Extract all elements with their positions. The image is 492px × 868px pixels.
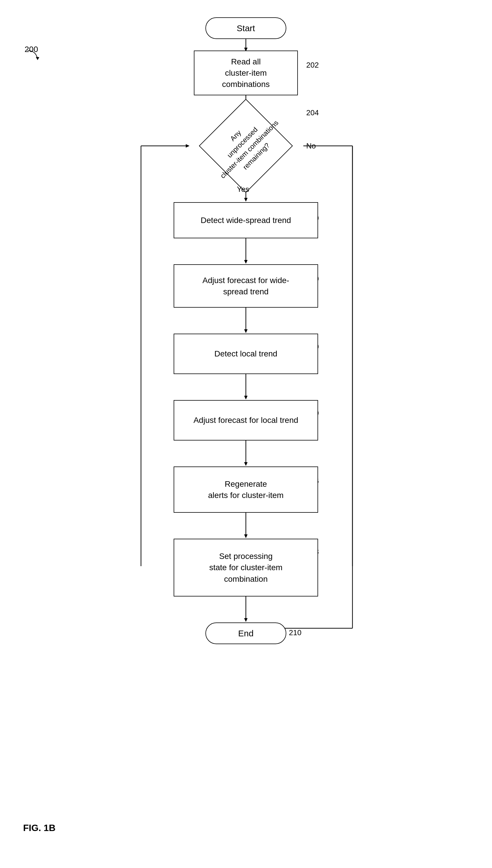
svg-marker-11 — [244, 396, 248, 400]
regenerate-node: Regenerate alerts for cluster-item — [174, 466, 318, 513]
detect-local-node: Detect local trend — [174, 334, 318, 374]
end-node: End — [205, 622, 286, 644]
set-processing-node: Set processing state for cluster-item co… — [174, 539, 318, 596]
read-all-node: Read all cluster-item combinations — [194, 51, 298, 95]
diagram-container: Start 202 Read all cluster-item combinat… — [0, 0, 492, 868]
diamond-wrapper: Any unprocessed cluster-item combination… — [188, 113, 304, 179]
svg-marker-5 — [244, 198, 248, 202]
no-label: No — [306, 142, 316, 151]
yes-label: Yes — [237, 185, 249, 194]
ref-204: 204 — [306, 108, 319, 117]
svg-marker-17 — [244, 618, 248, 622]
start-node: Start — [205, 17, 286, 39]
svg-marker-7 — [244, 260, 248, 264]
adjust-local-node: Adjust forecast for local trend — [174, 400, 318, 440]
ref-202: 202 — [306, 61, 319, 70]
figure-label: FIG. 1B — [23, 823, 55, 833]
ref-210: 210 — [289, 628, 301, 637]
arrow-200-svg — [25, 49, 42, 67]
svg-marker-9 — [244, 329, 248, 333]
svg-marker-26 — [36, 57, 39, 60]
svg-marker-13 — [244, 462, 248, 466]
svg-marker-15 — [244, 534, 248, 538]
adjust-wide-node: Adjust forecast for wide- spread trend — [174, 264, 318, 308]
detect-wide-node: Detect wide-spread trend — [174, 202, 318, 238]
